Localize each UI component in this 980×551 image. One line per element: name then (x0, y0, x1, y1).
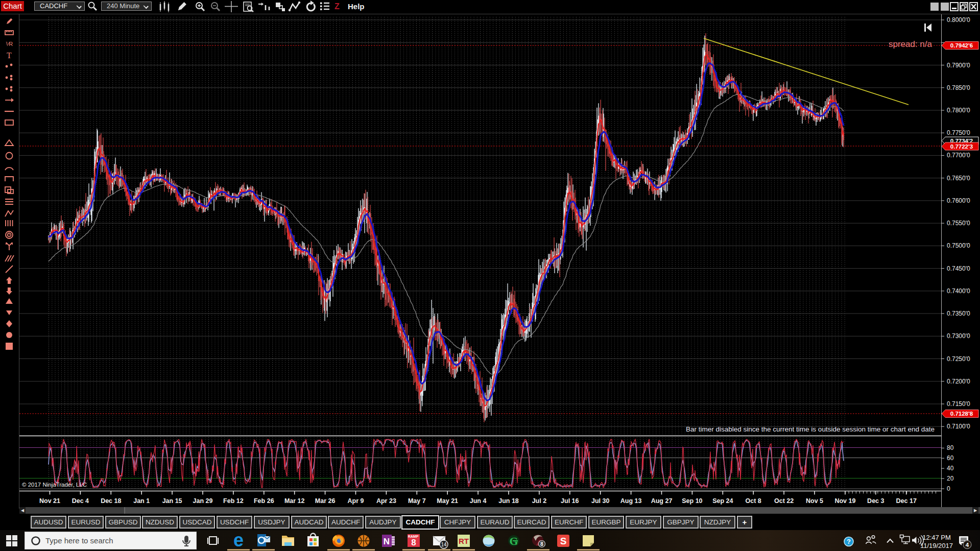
svg-text:Nov 21: Nov 21 (39, 497, 60, 505)
svg-text:Sep 24: Sep 24 (712, 497, 733, 505)
svg-text:0.7300'0: 0.7300'0 (947, 332, 970, 340)
svg-text:0.7650'0: 0.7650'0 (947, 175, 970, 182)
svg-text:N: N (384, 537, 390, 546)
svg-text:Dec 18: Dec 18 (101, 497, 121, 505)
svg-text:Oct 22: Oct 22 (774, 497, 794, 505)
svg-text:0.7750'0: 0.7750'0 (947, 129, 970, 136)
svg-text:Feb 12: Feb 12 (223, 497, 244, 505)
svg-text:Jan 15: Jan 15 (162, 497, 182, 505)
svg-text:Dec 4: Dec 4 (72, 497, 89, 505)
svg-text:May 7: May 7 (408, 497, 426, 505)
svg-text:0.7350'0: 0.7350'0 (947, 310, 970, 317)
svg-text:Feb 26: Feb 26 (254, 497, 274, 505)
svg-text:Jul 30: Jul 30 (591, 497, 609, 505)
svg-text:Aug 27: Aug 27 (651, 497, 673, 505)
svg-text:Dec 3: Dec 3 (867, 497, 884, 505)
svg-text:Nov 19: Nov 19 (834, 497, 855, 505)
svg-text:May 21: May 21 (437, 497, 458, 505)
svg-text:S: S (560, 536, 567, 546)
svg-text:0.7100'0: 0.7100'0 (947, 423, 970, 430)
svg-text:RT: RT (459, 537, 469, 545)
svg-text:Jun 4: Jun 4 (470, 497, 487, 505)
svg-text:Jan 29: Jan 29 (193, 497, 213, 505)
svg-text:8: 8 (411, 538, 416, 547)
svg-text:40: 40 (947, 465, 954, 472)
svg-text:Aug 13: Aug 13 (620, 497, 642, 505)
svg-text:© 2017 NinjaTrader, LLC: © 2017 NinjaTrader, LLC (22, 482, 87, 488)
svg-text:spread: n/a: spread: n/a (889, 39, 933, 49)
svg-text:Bar timer disabled since the c: Bar timer disabled since the current tim… (686, 425, 935, 433)
svg-text:0.8000'0: 0.8000'0 (947, 16, 970, 23)
svg-text:Mar 12: Mar 12 (284, 497, 305, 505)
svg-text:Jul 2: Jul 2 (532, 497, 547, 505)
svg-text:0.7800'0: 0.7800'0 (947, 107, 970, 114)
svg-text:0.7942'6: 0.7942'6 (950, 42, 973, 49)
svg-text:⅟R: ⅟R (6, 41, 13, 47)
svg-text:12:47 PM: 12:47 PM (922, 534, 951, 541)
svg-text:0.7700'0: 0.7700'0 (947, 152, 970, 159)
svg-text:0.7722'3: 0.7722'3 (950, 143, 973, 150)
svg-text:Jun 18: Jun 18 (498, 497, 519, 505)
svg-text:0.7200'0: 0.7200'0 (947, 378, 970, 385)
svg-text:Mar 26: Mar 26 (315, 497, 336, 505)
svg-text:11/19/2017: 11/19/2017 (920, 542, 953, 549)
svg-text:0.7550'0: 0.7550'0 (947, 220, 970, 227)
svg-text:60: 60 (947, 454, 954, 462)
svg-text:0.7450'0: 0.7450'0 (947, 265, 970, 272)
svg-text:80: 80 (947, 444, 954, 451)
svg-text:?: ? (847, 538, 851, 545)
svg-text:0.7600'0: 0.7600'0 (947, 197, 970, 204)
svg-text:Apr 9: Apr 9 (348, 497, 364, 505)
svg-text:Dec 17: Dec 17 (896, 497, 917, 505)
svg-text:0: 0 (947, 485, 950, 492)
svg-text:4: 4 (966, 542, 969, 548)
svg-text:0.7150'0: 0.7150'0 (947, 400, 970, 408)
svg-text:0.7128'8: 0.7128'8 (950, 411, 973, 417)
svg-text:Apr 23: Apr 23 (376, 497, 396, 505)
svg-text:0.7400'0: 0.7400'0 (947, 288, 970, 295)
svg-text:0.7850'0: 0.7850'0 (947, 84, 970, 91)
svg-text:T: T (7, 51, 12, 60)
svg-text:20: 20 (947, 475, 954, 482)
svg-text:0.7500'0: 0.7500'0 (947, 242, 970, 249)
svg-text:Sep 10: Sep 10 (682, 497, 702, 505)
svg-text:Jan 1: Jan 1 (133, 497, 150, 505)
svg-text:e: e (233, 530, 244, 550)
svg-text:8: 8 (540, 541, 543, 547)
svg-text:Nov 5: Nov 5 (806, 497, 823, 505)
svg-text:0.7250'0: 0.7250'0 (947, 355, 970, 363)
svg-text:Oct 8: Oct 8 (746, 497, 761, 505)
svg-text:Jul 16: Jul 16 (561, 497, 579, 505)
svg-text:0.7900'0: 0.7900'0 (947, 62, 970, 69)
svg-text:14: 14 (441, 542, 447, 547)
